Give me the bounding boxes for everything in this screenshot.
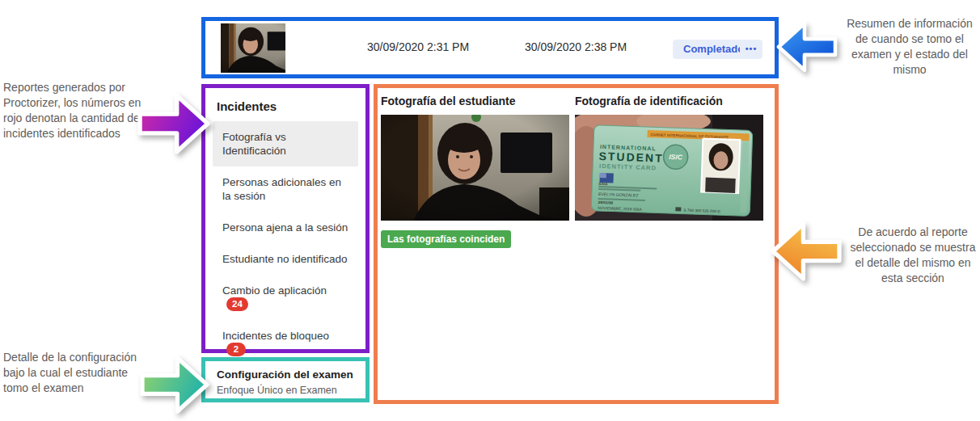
incident-count-badge: 2 [226,343,246,356]
sidebar-item-estudiante-no-identificado[interactable]: Estudiante no identificado [213,243,358,275]
session-end-time: 30/09/2020 2:38 PM [525,40,627,53]
sidebar-item-fotografia-vs-identificacion[interactable]: Fotografía vs Identificación [213,121,358,166]
card-logo-text: ISIC [669,153,683,162]
exam-config-value: Enfoque Único en Examen [217,385,354,396]
sidebar-item-label: Incidentes de bloqueo [222,330,329,342]
blue-arrow-left-icon [771,19,843,75]
magenta-arrow-right-icon [136,90,212,158]
isic-card: CARNET INTERNACIONAL DE ESTUDIANTE INTER… [591,125,753,217]
card-dob: 28/01/96 [598,200,614,205]
photos-match-badge: Las fotografías coinciden [381,230,511,248]
orange-arrow-left-icon [767,218,846,284]
incidents-sidebar: Incidentes Fotografía vs Identificación … [201,84,370,353]
identification-photo-image: CARNET INTERNACIONAL DE ESTUDIANTE INTER… [575,115,763,221]
sidebar-item-label: Estudiante no identificado [222,253,348,265]
student-photo [381,115,569,221]
report-detail-panel: Fotografía del estudiante Fotografía de … [374,84,779,404]
screenshot-canvas: Resumen de información de cuando se tomo… [0,0,980,421]
annotation-right: De acuerdo al reporte seleccionado se mu… [846,225,980,286]
exam-config-panel: Configuración del examen Enfoque Único e… [201,357,370,402]
webcam-thumbnail-image [221,23,285,73]
annotation-bottom-left: Detalle de la configuración bajo la cual… [3,350,147,396]
student-photo-image [381,115,569,221]
sidebar-item-label: Personas adicionales en la sesión [222,176,341,202]
sidebar-item-cambio-de-aplicacion[interactable]: Cambio de aplicación24 [213,275,358,320]
incident-count-badge: 24 [226,297,248,311]
exam-config-title: Configuración del examen [217,368,354,381]
webcam-thumbnail [221,23,285,73]
session-start-time: 30/09/2020 2:31 PM [367,40,469,53]
sidebar-item-label: Cambio de aplicación [222,284,327,297]
card-school: GAIA [598,182,608,186]
session-summary-bar: 30/09/2020 2:31 PM 30/09/2020 2:38 PM Co… [201,17,779,78]
sidebar-item-label: Fotografía vs Identificación [222,131,286,157]
annotation-top-right: Resumen de información de cuando se tomo… [839,16,980,78]
identification-photo: CARNET INTERNACIONAL DE ESTUDIANTE INTER… [575,115,763,221]
more-options-button[interactable]: ••• [740,40,762,59]
sidebar-item-personas-adicionales[interactable]: Personas adicionales en la sesión [213,166,358,212]
sidebar-item-label: Persona ajena a la sesión [222,221,348,234]
green-arrow-right-icon [137,352,212,417]
sidebar-item-persona-ajena[interactable]: Persona ajena a la sesión [213,212,358,243]
id-photo-label: Fotografía de identificación [575,95,723,107]
annotation-left: Reportes generados por Proctorizer, los … [3,80,142,141]
student-photo-label: Fotografía del estudiante [381,95,515,107]
sidebar-title: Incidentes [213,98,358,121]
